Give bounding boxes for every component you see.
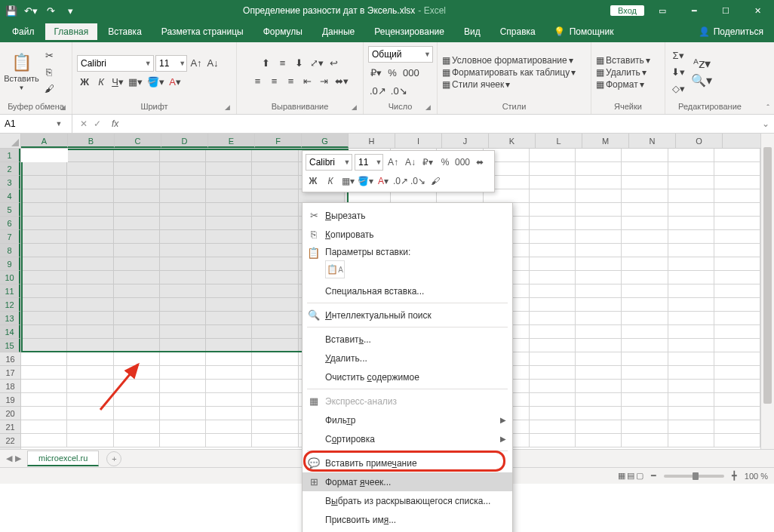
cell[interactable]: [21, 325, 67, 339]
italic-button[interactable]: К: [94, 75, 109, 90]
cell[interactable]: [668, 434, 714, 447]
orientation-button[interactable]: ⤢▾: [309, 56, 325, 71]
cut-button[interactable]: ✂: [41, 48, 57, 63]
cell[interactable]: [67, 339, 113, 352]
cell[interactable]: [206, 257, 252, 271]
cell[interactable]: [576, 407, 622, 420]
row-header[interactable]: 19: [0, 393, 20, 407]
mini-currency[interactable]: ₽▾: [420, 155, 435, 170]
mini-increase-font[interactable]: A↑: [385, 155, 401, 170]
cell[interactable]: [252, 352, 298, 366]
cell[interactable]: [160, 162, 206, 176]
ctx-format-cells[interactable]: ⊞Формат ячеек...: [303, 472, 512, 491]
cell[interactable]: [252, 380, 298, 393]
column-header[interactable]: K: [489, 134, 536, 148]
cell[interactable]: [114, 257, 160, 271]
cell[interactable]: [530, 230, 576, 244]
fill-color-button[interactable]: 🪣▾: [146, 75, 166, 90]
fill-button[interactable]: ⬇▾: [670, 65, 686, 80]
cell[interactable]: [21, 407, 67, 420]
cell[interactable]: [714, 284, 760, 298]
align-right-button[interactable]: ≡: [284, 74, 299, 89]
ctx-delete[interactable]: Удалить...: [303, 349, 512, 367]
cell[interactable]: [576, 393, 622, 407]
cell[interactable]: [622, 162, 668, 176]
cell[interactable]: [252, 284, 298, 298]
cell[interactable]: [668, 230, 714, 244]
redo-button[interactable]: ↷: [42, 2, 59, 19]
cell[interactable]: [530, 189, 576, 203]
cell[interactable]: [160, 407, 206, 420]
cell[interactable]: [714, 312, 760, 325]
cell[interactable]: [21, 434, 67, 447]
cell[interactable]: [576, 176, 622, 189]
tab-home[interactable]: Главная: [45, 23, 98, 40]
mini-percent[interactable]: %: [438, 155, 453, 170]
cell[interactable]: [714, 244, 760, 257]
currency-button[interactable]: ₽▾: [368, 66, 383, 81]
cell[interactable]: [530, 298, 576, 312]
cell[interactable]: [67, 325, 113, 339]
mini-decrease-font[interactable]: A↓: [403, 155, 418, 170]
cell[interactable]: [576, 149, 622, 162]
cell[interactable]: [21, 203, 67, 217]
row-header[interactable]: 5: [0, 203, 20, 217]
align-top-button[interactable]: ⬆: [259, 56, 274, 71]
column-header[interactable]: M: [582, 134, 629, 148]
cell[interactable]: [530, 176, 576, 189]
cell[interactable]: [252, 217, 298, 230]
cell[interactable]: [206, 230, 252, 244]
cell[interactable]: [206, 380, 252, 393]
cell[interactable]: [576, 312, 622, 325]
cell[interactable]: [622, 434, 668, 447]
column-header[interactable]: D: [161, 134, 208, 148]
conditional-formatting-button[interactable]: ▦Условное форматирование▾: [442, 55, 573, 66]
cell[interactable]: [67, 149, 113, 162]
column-header[interactable]: N: [629, 134, 676, 148]
cell[interactable]: [530, 271, 576, 284]
mini-font-combo[interactable]: ▼: [306, 154, 352, 171]
cell[interactable]: [622, 230, 668, 244]
cell[interactable]: [530, 149, 576, 162]
cancel-formula-icon[interactable]: ✕: [80, 118, 88, 129]
cell[interactable]: [114, 217, 160, 230]
column-header[interactable]: G: [302, 134, 349, 148]
cell[interactable]: [21, 380, 67, 393]
cell[interactable]: [21, 284, 67, 298]
underline-button[interactable]: Ч▾: [110, 75, 125, 90]
column-header[interactable]: H: [349, 134, 395, 148]
cell[interactable]: [622, 176, 668, 189]
cell[interactable]: [114, 271, 160, 284]
cell[interactable]: [576, 298, 622, 312]
cell[interactable]: [160, 217, 206, 230]
cell[interactable]: [21, 230, 67, 244]
row-header[interactable]: 7: [0, 230, 20, 244]
cell[interactable]: [67, 189, 113, 203]
add-sheet-button[interactable]: +: [106, 451, 121, 466]
cell[interactable]: [622, 366, 668, 380]
cell[interactable]: [67, 434, 113, 447]
enter-formula-icon[interactable]: ✓: [94, 118, 101, 129]
cell[interactable]: [668, 407, 714, 420]
tab-help[interactable]: Справка: [491, 23, 545, 40]
cell[interactable]: [206, 203, 252, 217]
row-header[interactable]: 2: [0, 162, 20, 176]
cell[interactable]: [668, 217, 714, 230]
cell[interactable]: [530, 434, 576, 447]
row-header[interactable]: 16: [0, 352, 20, 366]
cell[interactable]: [160, 271, 206, 284]
cell[interactable]: [114, 162, 160, 176]
format-painter-button[interactable]: 🖌: [41, 81, 57, 97]
cell[interactable]: [67, 298, 113, 312]
ctx-paste-default[interactable]: 📋A: [325, 260, 345, 278]
ctx-sort[interactable]: Сортировка▶: [303, 429, 512, 448]
cell[interactable]: [206, 162, 252, 176]
comma-button[interactable]: 000: [401, 66, 421, 81]
bold-button[interactable]: Ж: [77, 75, 92, 90]
row-header[interactable]: 4: [0, 189, 20, 203]
ctx-pick-from-list[interactable]: Выбрать из раскрывающегося списка...: [303, 491, 512, 510]
vertical-scrollbar[interactable]: [760, 134, 774, 449]
cell[interactable]: [622, 271, 668, 284]
cell[interactable]: [206, 393, 252, 407]
cell[interactable]: [67, 393, 113, 407]
